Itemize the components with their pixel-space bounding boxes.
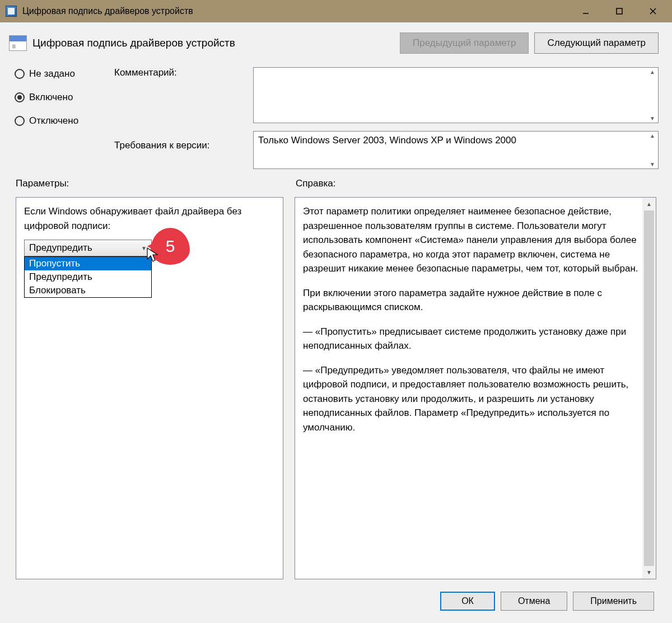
policy-icon: [9, 35, 27, 51]
comment-textbox[interactable]: ▲▼: [253, 67, 659, 123]
help-paragraph: При включении этого параметра задайте ну…: [303, 286, 639, 315]
titlebar-text: Цифровая подпись драйверов устройств: [22, 6, 569, 16]
app-icon: [6, 6, 17, 17]
scroll-up-icon[interactable]: ▲: [642, 198, 656, 210]
annotation-callout: 5: [151, 228, 190, 265]
help-panel: Этот параметр политики определяет наимен…: [295, 197, 656, 579]
dropdown-list: Пропустить Предупредить Блокировать: [24, 256, 152, 298]
cancel-button[interactable]: Отмена: [501, 592, 567, 611]
maximize-button[interactable]: [603, 0, 636, 22]
help-label: Справка:: [296, 178, 335, 189]
help-paragraph: — «Предупредить» уведомляет пользователя…: [303, 363, 639, 435]
parameters-label: Параметры:: [16, 178, 296, 189]
dropdown-option-skip[interactable]: Пропустить: [25, 257, 151, 270]
radio-label: Включено: [29, 92, 73, 103]
version-textbox: Только Windows Server 2003, Windows XP и…: [253, 131, 659, 169]
policy-dialog: Цифровая подпись драйверов устройств Циф…: [0, 0, 672, 623]
close-button[interactable]: [636, 0, 670, 22]
scrollbar[interactable]: ▲▼: [647, 132, 658, 168]
titlebar: Цифровая подпись драйверов устройств: [0, 0, 672, 22]
scroll-down-icon[interactable]: ▼: [648, 114, 656, 123]
radio-label: Не задано: [29, 68, 75, 79]
ok-button[interactable]: ОК: [440, 592, 495, 611]
help-paragraph: Этот параметр политики определяет наимен…: [303, 204, 639, 276]
previous-setting-button: Предыдущий параметр: [400, 32, 529, 54]
scroll-down-icon[interactable]: ▼: [648, 160, 656, 168]
comment-label: Комментарий:: [114, 67, 249, 78]
apply-button[interactable]: Применить: [573, 592, 654, 611]
scrollbar[interactable]: ▲▼: [647, 68, 658, 123]
scroll-thumb[interactable]: [644, 210, 654, 566]
version-text: Только Windows Server 2003, Windows XP и…: [258, 135, 516, 146]
scroll-down-icon[interactable]: ▼: [642, 566, 656, 579]
dropdown-option-warn[interactable]: Предупредить: [25, 270, 151, 284]
dropdown-option-block[interactable]: Блокировать: [25, 284, 151, 297]
scroll-up-icon[interactable]: ▲: [648, 132, 656, 140]
help-paragraph: — «Пропустить» предписывает системе прод…: [303, 325, 639, 353]
svg-rect-1: [617, 8, 622, 14]
scroll-up-icon[interactable]: ▲: [648, 68, 656, 76]
action-dropdown[interactable]: Предупредить ▼: [24, 240, 152, 256]
radio-not-configured[interactable]: Не задано: [15, 68, 110, 79]
dropdown-selected: Предупредить: [29, 242, 92, 254]
radio-enabled[interactable]: Включено: [15, 92, 110, 103]
dropdown-prompt: Если Windows обнаруживает файл драйвера …: [24, 204, 275, 233]
header: Цифровая подпись драйверов устройств Пре…: [8, 28, 664, 64]
version-label: Требования к версии:: [114, 140, 249, 151]
radio-label: Отключено: [29, 115, 78, 127]
next-setting-button[interactable]: Следующий параметр: [534, 32, 659, 54]
chevron-down-icon: ▼: [141, 245, 147, 251]
annotation-number: 5: [151, 228, 190, 265]
dialog-footer: ОК Отмена Применить: [8, 585, 664, 617]
parameters-panel: Если Windows обнаруживает файл драйвера …: [16, 197, 283, 579]
scrollbar[interactable]: ▲ ▼: [642, 198, 656, 579]
page-title: Цифровая подпись драйверов устройств: [32, 37, 394, 49]
minimize-button[interactable]: [569, 0, 603, 22]
radio-disabled[interactable]: Отключено: [15, 115, 110, 127]
